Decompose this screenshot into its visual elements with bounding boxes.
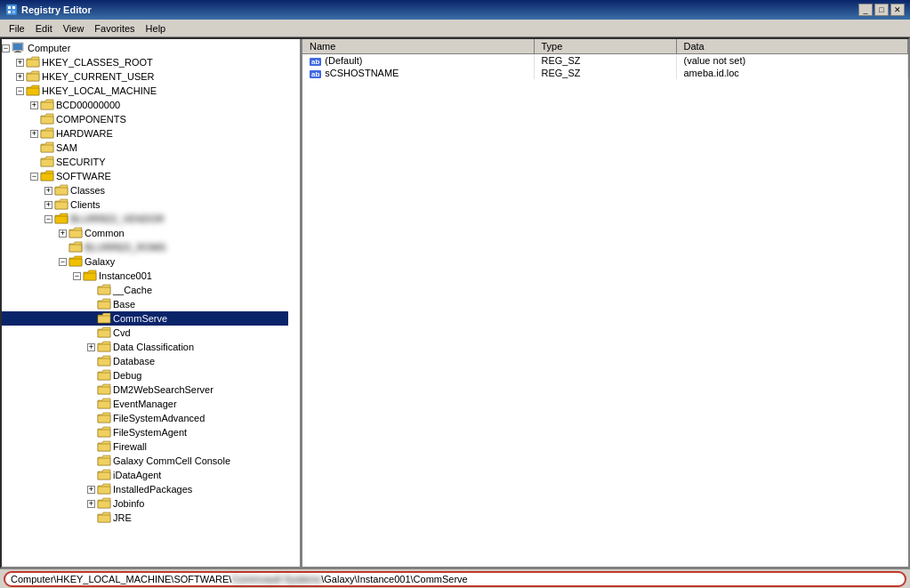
indent	[16, 511, 30, 525]
tree-item-installedpackages[interactable]: + InstalledPackages	[2, 482, 288, 496]
indent	[44, 240, 59, 254]
tree-item-label: Cvd	[113, 327, 131, 338]
tree-item-dataclassification[interactable]: + Data Classification	[2, 340, 288, 354]
tree-item-label: CommServe	[113, 313, 167, 324]
tree-item-label: HARDWARE	[56, 128, 113, 139]
tree-item-instance001[interactable]: − Instance001	[2, 269, 288, 283]
indent	[59, 439, 73, 454]
expand-btn[interactable]: +	[16, 59, 24, 67]
tree-item-hardware[interactable]: + HARDWARE	[2, 126, 288, 141]
svg-rect-3	[8, 11, 11, 13]
expand-btn[interactable]: −	[30, 173, 38, 181]
indent	[16, 254, 30, 269]
indent	[30, 383, 44, 397]
tree-item-jre[interactable]: JRE	[2, 511, 288, 525]
table-row[interactable]: absCSHOSTNAME REG_SZ ameba.id.loc	[302, 67, 908, 79]
tree-item-filesystemadvanced[interactable]: FileSystemAdvanced	[2, 411, 288, 425]
tree-item-label: DM2WebSearchServer	[113, 384, 213, 395]
tree-item-hkey_current_user[interactable]: + HKEY_CURRENT_USER	[2, 69, 288, 84]
indent	[30, 482, 44, 496]
menu-favorites[interactable]: Favorites	[89, 21, 140, 36]
right-panel[interactable]: Name Type Data ab(Default) REG_SZ (value…	[302, 39, 908, 567]
expand-btn[interactable]: +	[59, 230, 67, 238]
indent	[16, 297, 30, 311]
tree-item-label: InstalledPackages	[113, 484, 192, 495]
expand-btn[interactable]: +	[87, 486, 95, 494]
folder-icon	[68, 227, 83, 239]
menu-view[interactable]: View	[58, 21, 90, 36]
tree-item-eventmanager[interactable]: EventManager	[2, 397, 288, 411]
tree-item-firewall[interactable]: Firewall	[2, 439, 288, 454]
tree-item-jobinfo[interactable]: + Jobinfo	[2, 496, 288, 511]
expand-btn[interactable]: −	[73, 272, 81, 280]
tree-item-classes[interactable]: + Classes	[2, 183, 288, 197]
expand-btn[interactable]: +	[44, 201, 52, 209]
tree-item-software[interactable]: − SOFTWARE	[2, 169, 288, 183]
col-data[interactable]: Data	[676, 39, 908, 54]
tree-item-label: Data Classification	[113, 342, 194, 352]
svg-rect-4	[12, 11, 15, 13]
tree-item-hkey_local_machine[interactable]: − HKEY_LOCAL_MACHINE	[2, 84, 288, 98]
indent	[30, 269, 44, 283]
tree-item-database[interactable]: Database	[2, 354, 288, 368]
minimize-button[interactable]: _	[858, 4, 873, 16]
indent	[59, 283, 73, 297]
indent	[16, 311, 30, 326]
tree-item-bcd00000000[interactable]: + BCD00000000	[2, 98, 288, 112]
tree-item-components[interactable]: COMPONENTS	[2, 112, 288, 126]
tree-item-hkey_classes_root[interactable]: + HKEY_CLASSES_ROOT	[2, 55, 288, 69]
table-row[interactable]: ab(Default) REG_SZ (value not set)	[302, 54, 908, 68]
indent	[16, 183, 30, 197]
expand-btn[interactable]: −	[16, 87, 24, 95]
tree-item-security[interactable]: SECURITY	[2, 155, 288, 169]
col-name[interactable]: Name	[302, 39, 534, 54]
menu-edit[interactable]: Edit	[30, 21, 58, 36]
close-button[interactable]: ✕	[890, 4, 905, 16]
expand-btn[interactable]: +	[30, 101, 38, 109]
tree-item-computer[interactable]: − Computer	[2, 41, 288, 55]
folder-icon	[83, 270, 97, 282]
indent	[16, 383, 30, 397]
tree-item-blurred1[interactable]: − BLURRED_VENDOR	[2, 212, 288, 226]
expand-btn[interactable]: −	[44, 215, 52, 223]
folder-icon	[97, 369, 111, 382]
expand-btn[interactable]: +	[30, 130, 38, 138]
maximize-button[interactable]: □	[874, 4, 889, 16]
svg-rect-6	[13, 44, 22, 50]
indent	[44, 383, 59, 397]
tree-item-debug[interactable]: Debug	[2, 368, 288, 383]
expand-btn[interactable]: +	[87, 343, 95, 351]
tree-item-idataagent[interactable]: iDataAgent	[2, 468, 288, 482]
indent	[16, 126, 30, 141]
tree-item-blurred2[interactable]: BLURRED_ROMS	[2, 240, 288, 254]
expand-btn[interactable]: +	[87, 500, 95, 508]
tree-panel[interactable]: − Computer+ HKEY_CLASSES_ROOT+ HKEY_CURR…	[2, 39, 302, 567]
tree-item-commserve[interactable]: CommServe	[2, 311, 288, 326]
indent	[2, 126, 16, 141]
tree-item-label: HKEY_CLASSES_ROOT	[42, 57, 153, 68]
menu-file[interactable]: File	[4, 21, 30, 36]
tree-item-filesystemagent[interactable]: FileSystemAgent	[2, 425, 288, 439]
menu-help[interactable]: Help	[141, 21, 172, 36]
indent	[2, 98, 16, 112]
tree-item-galaxy[interactable]: − Galaxy	[2, 254, 288, 269]
tree-item-dm2websearch[interactable]: DM2WebSearchServer	[2, 383, 288, 397]
folder-icon	[97, 326, 111, 339]
tree-item-base[interactable]: Base	[2, 297, 288, 311]
tree-item-sam[interactable]: SAM	[2, 141, 288, 155]
tree-item-cache[interactable]: __Cache	[2, 283, 288, 297]
expand-btn[interactable]: +	[44, 187, 52, 195]
tree-item-common[interactable]: + Common	[2, 226, 288, 240]
tree-item-label: Clients	[70, 199, 101, 210]
folder-icon	[54, 198, 68, 211]
tree-item-label: Common	[85, 228, 125, 238]
col-type[interactable]: Type	[534, 39, 676, 54]
path-blurred: Commvault Systems	[231, 574, 321, 584]
expand-btn[interactable]: −	[2, 44, 10, 52]
tree-item-cvd[interactable]: Cvd	[2, 326, 288, 340]
tree-item-galaxycommcell[interactable]: Galaxy CommCell Console	[2, 454, 288, 468]
expand-btn[interactable]: −	[59, 258, 67, 266]
indent	[59, 511, 73, 525]
tree-item-clients[interactable]: + Clients	[2, 197, 288, 212]
expand-btn[interactable]: +	[16, 73, 24, 81]
